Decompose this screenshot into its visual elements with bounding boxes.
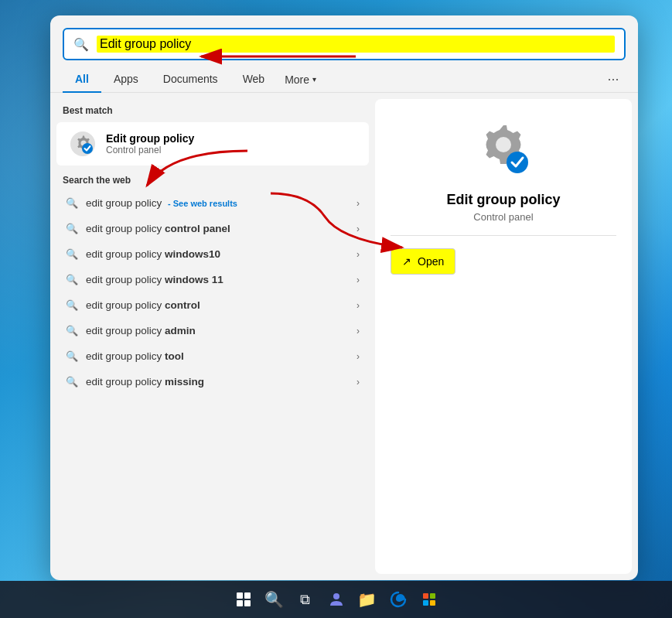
list-item[interactable]: 🔍 edit group policy missing ›: [53, 369, 372, 394]
web-search-icon: 🔍: [66, 223, 78, 234]
search-input[interactable]: Edit group policy: [97, 36, 615, 53]
search-web-label: Search the web: [50, 166, 375, 190]
list-item[interactable]: 🔍 edit group policy admin ›: [53, 318, 372, 343]
teams-taskbar-icon[interactable]: [324, 587, 349, 612]
search-icon: 🔍: [73, 37, 89, 52]
result-text: edit group policy control panel: [86, 223, 349, 234]
list-item[interactable]: 🔍 edit group policy control ›: [53, 292, 372, 318]
best-match-subtitle: Control panel: [106, 145, 356, 155]
result-text: edit group policy - See web results: [86, 197, 349, 209]
result-text: edit group policy control: [86, 299, 349, 311]
svg-point-7: [496, 137, 511, 152]
chevron-right-icon: ›: [356, 275, 360, 285]
chevron-right-icon: ›: [356, 351, 360, 362]
web-search-icon: 🔍: [66, 248, 78, 260]
web-search-icon: 🔍: [66, 274, 78, 285]
list-item[interactable]: 🔍 edit group policy windows10 ›: [53, 241, 372, 267]
list-item[interactable]: 🔍 edit group policy - See web results ›: [53, 190, 372, 216]
chevron-right-icon: ›: [356, 198, 360, 209]
open-button-label: Open: [418, 255, 444, 268]
list-item[interactable]: 🔍 edit group policy tool ›: [53, 343, 372, 369]
svg-rect-12: [244, 600, 251, 606]
result-text: edit group policy windows10: [86, 248, 349, 260]
taskbar: 🔍 ⧉ 📁: [0, 581, 672, 618]
result-text: edit group policy admin: [86, 325, 349, 336]
search-panel: 🔍 Edit group policy All Apps Documents W…: [50, 15, 638, 580]
app-icon-large: [472, 118, 534, 179]
right-panel: Edit group policy Control panel ↗ Open: [375, 99, 632, 574]
svg-rect-9: [237, 592, 243, 599]
best-match-title: Edit group policy: [106, 132, 356, 145]
open-button[interactable]: ↗ Open: [391, 248, 455, 275]
tabs-row: All Apps Documents Web More ▾ ···: [50, 60, 638, 93]
right-panel-content: Edit group policy Control panel ↗ Open: [375, 99, 632, 290]
svg-rect-17: [430, 600, 435, 606]
edge-taskbar-icon[interactable]: [386, 587, 411, 612]
svg-rect-15: [430, 593, 435, 599]
best-match-item[interactable]: Edit group policy Control panel: [56, 122, 369, 166]
chevron-right-icon: ›: [356, 224, 360, 234]
tabs-more-options[interactable]: ···: [601, 67, 626, 92]
chevron-right-icon: ›: [356, 326, 360, 336]
search-bar[interactable]: 🔍 Edit group policy: [63, 28, 626, 60]
chevron-right-icon: ›: [356, 300, 360, 311]
start-icon[interactable]: [231, 587, 256, 612]
chevron-right-icon: ›: [356, 249, 360, 260]
best-match-label: Best match: [50, 102, 375, 122]
search-taskbar-icon[interactable]: 🔍: [262, 587, 287, 612]
tab-apps[interactable]: Apps: [101, 67, 151, 93]
best-match-text: Edit group policy Control panel: [106, 132, 356, 155]
svg-rect-14: [423, 593, 428, 599]
svg-rect-11: [237, 600, 243, 606]
svg-rect-10: [244, 592, 251, 599]
list-item[interactable]: 🔍 edit group policy control panel ›: [53, 216, 372, 241]
chevron-right-icon: ›: [356, 377, 360, 388]
web-search-icon: 🔍: [66, 197, 78, 209]
result-text: edit group policy windows 11: [86, 274, 349, 285]
svg-point-8: [507, 152, 528, 173]
tab-documents[interactable]: Documents: [151, 67, 230, 93]
left-panel: Best match Edi: [50, 93, 375, 580]
search-bar-container: 🔍 Edit group policy: [50, 15, 638, 60]
list-item[interactable]: 🔍 edit group policy windows 11 ›: [53, 267, 372, 292]
right-panel-subtitle: Control panel: [473, 211, 533, 223]
store-taskbar-icon[interactable]: [417, 587, 442, 612]
result-text: edit group policy missing: [86, 376, 349, 388]
content-area: Best match Edi: [50, 93, 638, 580]
right-panel-title: Edit group policy: [447, 192, 561, 208]
svg-point-13: [333, 593, 339, 599]
svg-rect-16: [423, 600, 428, 606]
task-view-taskbar-icon[interactable]: ⧉: [293, 587, 318, 612]
web-search-icon: 🔍: [66, 325, 78, 336]
open-icon: ↗: [402, 255, 411, 268]
tab-more[interactable]: More ▾: [277, 69, 324, 90]
file-explorer-taskbar-icon[interactable]: 📁: [355, 587, 380, 612]
web-search-icon: 🔍: [66, 350, 78, 362]
result-text: edit group policy tool: [86, 350, 349, 362]
tab-web[interactable]: Web: [230, 67, 278, 93]
web-search-icon: 🔍: [66, 376, 78, 388]
right-panel-divider: [391, 235, 616, 236]
tab-all[interactable]: All: [63, 67, 101, 93]
web-search-icon: 🔍: [66, 299, 78, 311]
best-match-icon: [69, 130, 97, 158]
